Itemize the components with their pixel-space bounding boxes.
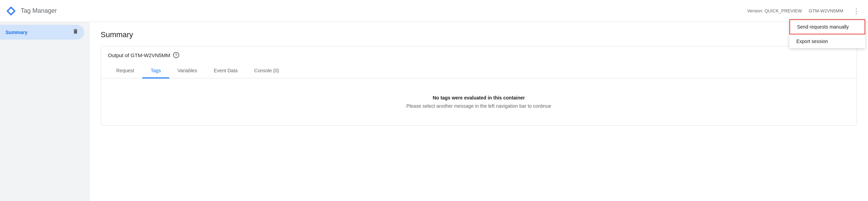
trash-icon[interactable]: [72, 28, 79, 36]
header-left: Tag Manager: [6, 6, 57, 17]
page-title: Summary: [101, 30, 857, 39]
tab-tags[interactable]: Tags: [142, 64, 169, 78]
more-options-button[interactable]: ⋮: [850, 5, 862, 17]
export-session-item[interactable]: Export session: [789, 34, 865, 48]
version-label: Version: QUICK_PREVIEW: [747, 8, 802, 13]
app-title: Tag Manager: [21, 7, 57, 14]
card-header: Output of GTM-W2VN5MM ?: [101, 46, 857, 64]
sidebar-item-label: Summary: [6, 30, 28, 35]
empty-state-description: Please select another message in the lef…: [108, 103, 850, 109]
card-header-text: Output of GTM-W2VN5MM: [108, 52, 170, 58]
send-requests-manually-item[interactable]: Send requests manually: [789, 19, 865, 34]
tab-console[interactable]: Console (0): [246, 64, 287, 78]
help-icon[interactable]: ?: [173, 52, 179, 58]
more-icon: ⋮: [853, 7, 860, 15]
sidebar-item-summary[interactable]: Summary: [0, 25, 84, 40]
output-card: Output of GTM-W2VN5MM ? Request Tags Var…: [101, 46, 857, 126]
empty-state: No tags were evaluated in this container…: [101, 78, 857, 125]
container-id: GTM-W2VN5MM: [809, 8, 843, 13]
tab-event-data[interactable]: Event Data: [205, 64, 246, 78]
main-layout: Summary Summary Output of GTM-W2VN5MM ? …: [0, 22, 868, 201]
header-right: Version: QUICK_PREVIEW GTM-W2VN5MM ⋮ Sen…: [747, 5, 862, 17]
tab-request[interactable]: Request: [108, 64, 142, 78]
dropdown-menu: Send requests manually Export session: [789, 19, 865, 48]
app-header: Tag Manager Version: QUICK_PREVIEW GTM-W…: [0, 0, 868, 22]
tab-variables[interactable]: Variables: [169, 64, 205, 78]
content-area: Summary Output of GTM-W2VN5MM ? Request …: [90, 22, 868, 201]
sidebar: Summary: [0, 22, 90, 201]
gtm-logo: [6, 6, 17, 17]
tabs-bar: Request Tags Variables Event Data Consol…: [101, 64, 857, 78]
empty-state-title: No tags were evaluated in this container: [108, 95, 850, 100]
